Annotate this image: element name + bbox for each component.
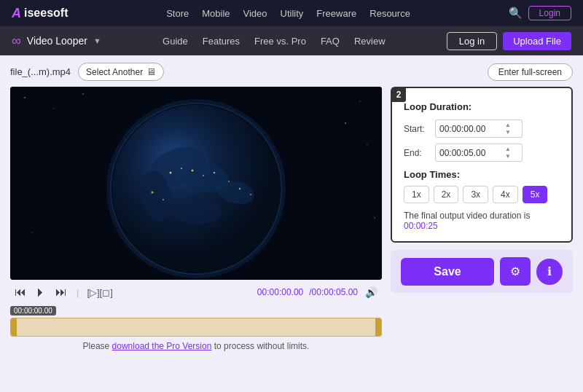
nav-utility[interactable]: Utility <box>281 8 304 19</box>
main-area: file_(...m).mp4 Select Another 🖥 Enter f… <box>0 55 583 392</box>
svg-point-4 <box>359 101 360 101</box>
rewind-button[interactable]: ⏮ <box>13 284 28 300</box>
end-time-spinners: ▲ ▼ <box>505 146 511 160</box>
play-button[interactable]: ⏵ <box>34 284 48 300</box>
timeline-handle-right[interactable] <box>375 318 381 336</box>
video-controls-bar: ⏮ ⏵ ⏭ | [▷][◻] 00:00:00.00 /00:00:05.00 … <box>10 280 382 303</box>
fullscreen-button[interactable]: Enter full-screen <box>488 63 573 81</box>
pro-notice-text-after: to process without limits. <box>211 341 309 351</box>
svg-point-22 <box>152 192 154 194</box>
search-icon[interactable]: 🔍 <box>509 7 523 20</box>
pro-notice: Please download the Pro Version to proce… <box>10 341 382 351</box>
monitor-icon: 🖥 <box>146 66 156 77</box>
upload-file-button[interactable]: Upload File <box>503 32 571 50</box>
timeline-area: 00:00:00.00 <box>10 305 382 337</box>
logo-rest: iseesoft <box>24 7 68 20</box>
select-another-label: Select Another <box>86 67 143 77</box>
video-container <box>10 87 382 280</box>
top-navigation: A iseesoft Store Mobile Video Utility Fr… <box>0 0 583 26</box>
tool-branding: ∞ Video Looper ▼ <box>12 34 101 49</box>
end-field-row: End: ▲ ▼ <box>404 144 560 162</box>
loop-icon: ∞ <box>12 34 21 49</box>
nav-guide[interactable]: Guide <box>163 36 188 47</box>
playback-controls: ⏮ ⏵ ⏭ | [▷][◻] <box>13 284 113 300</box>
save-bar: Save ⚙ ℹ <box>391 250 573 293</box>
nav-review[interactable]: Review <box>354 36 386 47</box>
start-label: Start: <box>404 124 429 134</box>
save-gear-button[interactable]: ⚙ <box>500 257 531 286</box>
pro-notice-text-before: Please <box>83 341 112 351</box>
nav-faq[interactable]: FAQ <box>321 36 340 47</box>
toolbar-row: file_(...m).mp4 Select Another 🖥 Enter f… <box>10 63 573 81</box>
nav-video[interactable]: Video <box>243 8 267 19</box>
end-label: End: <box>404 148 429 158</box>
save-button[interactable]: Save <box>401 258 494 286</box>
loop-times-label: Loop Times: <box>404 169 560 180</box>
svg-point-1 <box>24 97 26 98</box>
svg-point-17 <box>181 168 182 169</box>
loop-1x-button[interactable]: 1x <box>404 186 429 203</box>
loop-5x-button[interactable]: 5x <box>523 186 548 203</box>
total-time: /00:00:05.00 <box>309 287 358 297</box>
mark-in-brackets: [▷][◻] <box>87 287 112 298</box>
loop-duration-label: Loop Duration: <box>404 101 560 112</box>
select-another-button[interactable]: Select Another 🖥 <box>78 63 164 81</box>
svg-point-7 <box>31 232 32 232</box>
second-navigation: ∞ Video Looper ▼ Guide Features Free vs.… <box>0 26 583 55</box>
loop-times-buttons: 1x 2x 3x 4x 5x <box>404 186 560 203</box>
svg-point-5 <box>345 122 346 124</box>
loop-2x-button[interactable]: 2x <box>434 186 459 203</box>
nav-store[interactable]: Store <box>166 8 189 19</box>
timeline-track[interactable] <box>10 318 382 337</box>
timeline-handle-left[interactable] <box>11 318 17 336</box>
start-time-up[interactable]: ▲ <box>505 122 511 129</box>
end-time-input[interactable] <box>439 148 505 158</box>
nav-features[interactable]: Features <box>203 36 240 47</box>
svg-point-24 <box>239 188 240 189</box>
nav-resource[interactable]: Resource <box>369 8 410 19</box>
top-login-button[interactable]: Login <box>528 6 571 20</box>
right-panel: 2 Loop Duration: Start: ▲ ▼ End: <box>391 87 573 385</box>
save-info-button[interactable]: ℹ <box>536 259 563 285</box>
svg-point-23 <box>163 199 164 200</box>
volume-button[interactable]: 🔊 <box>364 285 379 299</box>
end-time-down[interactable]: ▼ <box>505 153 511 160</box>
dropdown-arrow-icon[interactable]: ▼ <box>93 36 101 45</box>
nav-freeware[interactable]: Freeware <box>316 8 356 19</box>
separator: | <box>77 287 79 298</box>
end-time-up[interactable]: ▲ <box>505 146 511 153</box>
svg-point-2 <box>54 109 55 109</box>
svg-point-21 <box>228 181 230 182</box>
step-number: 2 <box>391 87 406 102</box>
loop-3x-button[interactable]: 3x <box>463 186 488 203</box>
svg-point-20 <box>214 172 215 173</box>
start-time-down[interactable]: ▼ <box>505 129 511 136</box>
second-nav-links: Guide Features Free vs. Pro FAQ Review <box>163 36 385 47</box>
svg-point-6 <box>367 145 368 146</box>
svg-point-19 <box>203 175 204 176</box>
end-time-input-wrap: ▲ ▼ <box>435 144 523 162</box>
svg-point-3 <box>82 93 83 94</box>
earth-visual <box>10 87 382 280</box>
time-marker: 00:00:00.00 <box>10 306 56 315</box>
second-nav-actions: Log in Upload File <box>447 32 571 50</box>
output-info: The final output video duration is 00:00… <box>404 211 560 231</box>
toolbar-left: file_(...m).mp4 Select Another 🖥 <box>10 63 164 81</box>
content-row: ⏮ ⏵ ⏭ | [▷][◻] 00:00:00.00 /00:00:05.00 … <box>10 87 573 385</box>
start-time-input[interactable] <box>439 124 505 134</box>
tool-name: Video Looper <box>27 35 87 47</box>
loop-4x-button[interactable]: 4x <box>493 186 518 203</box>
output-prefix: The final output video duration is <box>404 211 530 221</box>
fast-forward-button[interactable]: ⏭ <box>54 284 69 300</box>
svg-point-16 <box>170 172 172 174</box>
nav-free-vs-pro[interactable]: Free vs. Pro <box>254 36 306 47</box>
top-nav-right: 🔍 Login <box>509 6 571 20</box>
log-in-button[interactable]: Log in <box>447 32 497 50</box>
pro-version-link[interactable]: download the Pro Version <box>112 341 212 351</box>
nav-mobile[interactable]: Mobile <box>202 8 230 19</box>
start-time-input-wrap: ▲ ▼ <box>435 119 523 138</box>
svg-point-25 <box>250 194 251 195</box>
svg-point-8 <box>374 217 375 218</box>
top-nav-links: Store Mobile Video Utility Freeware Reso… <box>166 8 410 19</box>
filename-label: file_(...m).mp4 <box>10 66 71 77</box>
